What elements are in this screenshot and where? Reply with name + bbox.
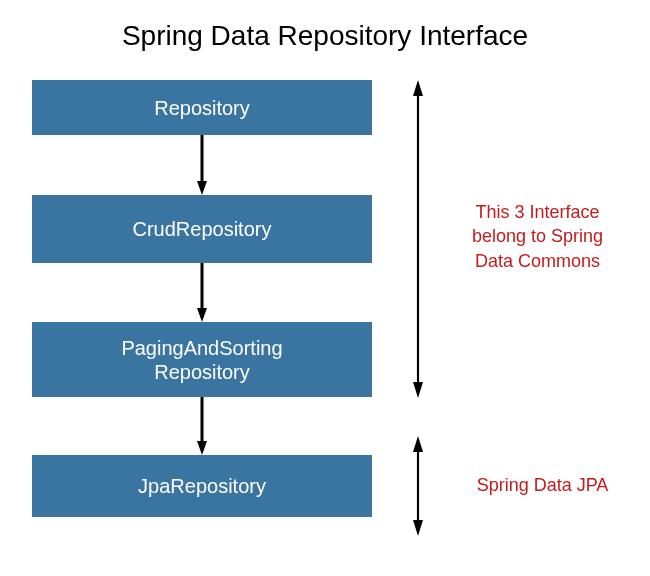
arrow-down-icon xyxy=(197,397,207,455)
svg-marker-3 xyxy=(197,308,207,322)
svg-marker-8 xyxy=(413,382,423,398)
svg-marker-7 xyxy=(413,80,423,96)
bracket-arrow-icon xyxy=(413,436,423,536)
box-crud-repository: CrudRepository xyxy=(32,195,372,263)
box-label: CrudRepository xyxy=(133,217,272,241)
box-label: JpaRepository xyxy=(138,474,266,498)
annotation-commons: This 3 Interface belong to Spring Data C… xyxy=(450,200,625,273)
box-paging-sorting-repository: PagingAndSorting Repository xyxy=(32,322,372,397)
arrow-down-icon xyxy=(197,263,207,322)
svg-marker-5 xyxy=(197,441,207,455)
box-repository: Repository xyxy=(32,80,372,135)
box-label: PagingAndSorting Repository xyxy=(121,336,282,384)
svg-marker-1 xyxy=(197,181,207,195)
svg-marker-10 xyxy=(413,436,423,452)
diagram-title: Spring Data Repository Interface xyxy=(0,20,650,52)
box-label: Repository xyxy=(154,96,250,120)
annotation-jpa: Spring Data JPA xyxy=(460,473,625,497)
arrow-down-icon xyxy=(197,135,207,195)
bracket-arrow-icon xyxy=(413,80,423,398)
box-jpa-repository: JpaRepository xyxy=(32,455,372,517)
svg-marker-11 xyxy=(413,520,423,536)
